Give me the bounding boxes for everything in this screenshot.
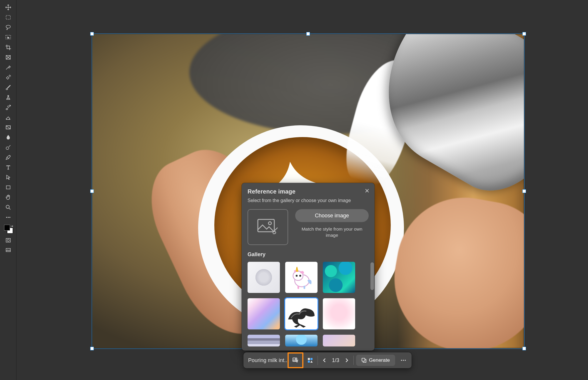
hand-tool[interactable] [2, 192, 15, 202]
popover-subtitle: Select from the gallery or choose your o… [248, 198, 369, 203]
path-select-tool[interactable] [2, 172, 15, 182]
reference-image-popover: Reference image Select from the gallery … [242, 183, 375, 351]
lasso-tool[interactable] [2, 22, 15, 32]
shape-tool[interactable] [2, 182, 15, 192]
page-indicator: 1/3 [331, 357, 340, 364]
gallery-label: Gallery [248, 251, 369, 258]
svg-point-6 [6, 205, 9, 209]
crop-tool[interactable] [2, 42, 15, 52]
move-tool[interactable] [2, 2, 15, 12]
svg-rect-24 [310, 358, 313, 360]
svg-point-28 [403, 360, 404, 361]
brush-tool[interactable] [2, 82, 15, 92]
svg-point-9 [9, 217, 10, 218]
svg-rect-10 [6, 239, 10, 242]
type-tool[interactable] [2, 162, 15, 172]
style-options-button[interactable] [303, 354, 317, 367]
gallery-thumb[interactable] [323, 335, 355, 346]
blur-tool[interactable] [2, 132, 15, 142]
reference-dropzone[interactable] [248, 209, 288, 245]
prompt-input[interactable]: Pouring milk int... [243, 352, 288, 368]
next-result-button[interactable] [342, 354, 351, 366]
generative-taskbar: Pouring milk int... [243, 352, 412, 368]
close-button[interactable] [363, 186, 371, 195]
gallery-thumb[interactable] [248, 262, 280, 293]
eraser-tool[interactable] [2, 112, 15, 122]
rect-marquee-tool[interactable] [2, 12, 15, 22]
clone-stamp-tool[interactable] [2, 92, 15, 102]
zoom-tool[interactable] [2, 202, 15, 212]
svg-rect-23 [308, 358, 310, 360]
svg-rect-5 [6, 186, 10, 189]
gallery-grid [248, 262, 369, 346]
gallery-thumb[interactable] [285, 262, 318, 293]
screen-mode-tool[interactable] [2, 245, 15, 255]
foreground-swatch[interactable] [4, 225, 10, 231]
swap-colors-icon[interactable] [10, 224, 14, 228]
svg-point-8 [8, 217, 9, 218]
gallery-thumb[interactable] [323, 262, 355, 293]
svg-point-14 [268, 222, 271, 225]
separator [318, 356, 318, 365]
object-select-tool[interactable] [2, 32, 15, 42]
gallery-scrollbar[interactable] [370, 262, 374, 290]
gradient-tool[interactable] [2, 122, 15, 132]
svg-point-11 [7, 239, 9, 241]
svg-point-27 [401, 360, 402, 361]
dodge-tool[interactable] [2, 142, 15, 152]
svg-point-29 [405, 360, 406, 361]
generate-button-label: Generate [369, 357, 390, 363]
svg-point-4 [6, 147, 9, 149]
pen-tool[interactable] [2, 152, 15, 162]
gallery-thumb[interactable] [285, 298, 318, 329]
generate-button[interactable]: Generate [356, 355, 395, 366]
svg-point-22 [295, 359, 296, 359]
canvas-area: Reference image Select from the gallery … [16, 0, 588, 380]
prev-result-button[interactable] [320, 354, 329, 366]
svg-rect-25 [308, 361, 310, 363]
edit-toolbar[interactable] [2, 212, 15, 222]
frame-tool[interactable] [2, 52, 15, 62]
left-toolbar [0, 0, 16, 380]
more-options-button[interactable] [397, 354, 410, 366]
eyedropper-tool[interactable] [2, 62, 15, 72]
svg-rect-19 [298, 286, 299, 289]
svg-rect-20 [304, 286, 305, 289]
gallery-thumb[interactable] [248, 335, 280, 346]
svg-rect-0 [6, 16, 10, 19]
svg-point-7 [6, 217, 7, 218]
popover-title: Reference image [248, 188, 369, 195]
separator [353, 356, 354, 365]
gallery-thumb[interactable] [285, 335, 318, 346]
result-pager: 1/3 [318, 354, 353, 366]
healing-brush-tool[interactable] [2, 72, 15, 82]
match-style-text: Match the style from your own image [295, 226, 369, 239]
reference-image-button[interactable] [289, 354, 302, 367]
quick-mask-tool[interactable] [2, 235, 15, 245]
svg-point-17 [296, 275, 298, 277]
svg-rect-26 [362, 358, 365, 361]
svg-point-18 [299, 275, 301, 277]
choose-image-button[interactable]: Choose image [295, 209, 369, 222]
color-swatches[interactable] [2, 224, 15, 235]
svg-rect-12 [6, 249, 10, 252]
history-brush-tool[interactable] [2, 102, 15, 112]
gallery-thumb[interactable] [323, 298, 355, 329]
gallery-thumb[interactable] [248, 298, 280, 329]
